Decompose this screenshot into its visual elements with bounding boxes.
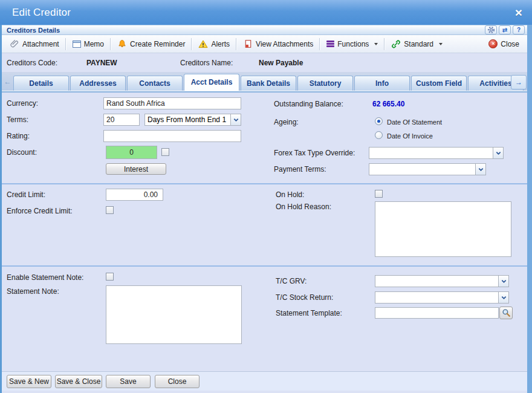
tab-statutory[interactable]: Statutory xyxy=(297,76,353,91)
terms-period-value[interactable] xyxy=(145,114,230,125)
tab-bar: ← Details Addresses Contacts Acct Detail… xyxy=(2,73,527,91)
search-icon xyxy=(502,308,511,317)
combo-chevron-icon[interactable] xyxy=(475,164,485,175)
tab-scroll-right-icon[interactable]: → xyxy=(511,75,527,89)
tab-details[interactable]: Details xyxy=(13,76,69,91)
refresh-icon[interactable]: ⇄ xyxy=(499,25,511,34)
tc-grv-combo[interactable] xyxy=(375,275,509,287)
ageing-option-invoice-label: Date Of Invoice xyxy=(387,132,433,140)
window-close-icon[interactable]: × xyxy=(515,6,522,19)
tc-grv-label: T/C GRV: xyxy=(276,277,307,285)
forex-tax-type-override-combo[interactable] xyxy=(369,147,504,159)
payment-terms-value[interactable] xyxy=(369,164,475,175)
toolbar-separator xyxy=(191,38,192,50)
dialog-body: Creditors Details ⇄ ? Attachment xyxy=(0,25,532,393)
attachment-button[interactable]: Attachment xyxy=(5,37,63,51)
on-hold-label: On Hold: xyxy=(276,190,304,199)
tc-stock-return-combo[interactable] xyxy=(375,291,509,304)
payment-terms-combo[interactable] xyxy=(369,163,486,175)
create-reminder-button[interactable]: Create Reminder xyxy=(113,37,189,51)
rating-input[interactable] xyxy=(103,130,241,142)
help-icon[interactable]: ? xyxy=(513,25,525,34)
gear-icon[interactable] xyxy=(485,25,497,34)
forex-tax-type-override-label: Forex Tax Type Override: xyxy=(274,149,355,157)
combo-chevron-icon[interactable] xyxy=(493,148,503,158)
close-button-footer[interactable]: Close xyxy=(155,375,199,388)
document-icon xyxy=(243,39,253,49)
on-hold-reason-textarea[interactable] xyxy=(375,201,511,257)
credit-limit-label: Credit Limit: xyxy=(7,190,45,199)
save-and-new-button[interactable]: Save & New xyxy=(7,375,51,388)
terms-label: Terms: xyxy=(7,115,28,124)
terms-period-combo[interactable] xyxy=(144,114,241,126)
currency-label: Currency: xyxy=(7,99,38,108)
on-hold-checkbox[interactable] xyxy=(375,190,383,198)
rating-label: Rating: xyxy=(7,132,30,140)
currency-input[interactable] xyxy=(103,97,241,109)
combo-chevron-icon[interactable] xyxy=(498,292,508,303)
ageing-radio-date-of-statement[interactable] xyxy=(375,117,383,125)
panel-tools: ⇄ ? xyxy=(485,25,525,34)
tc-stock-return-label: T/C Stock Return: xyxy=(276,293,333,302)
close-label: Close xyxy=(501,40,519,48)
standard-label: Standard xyxy=(404,40,433,48)
close-button-toolbar[interactable]: × Close xyxy=(484,37,524,50)
statement-note-textarea[interactable] xyxy=(106,285,242,344)
attachment-label: Attachment xyxy=(22,40,59,48)
view-attachments-button[interactable]: View Attachments xyxy=(239,37,317,51)
tc-stock-return-value[interactable] xyxy=(375,292,498,303)
on-hold-reason-label: On Hold Reason: xyxy=(276,203,331,211)
statement-template-input[interactable] xyxy=(375,307,499,319)
tab-info[interactable]: Info xyxy=(354,76,410,91)
chevron-down-icon xyxy=(439,43,443,45)
creditors-name-label: Creditors Name: xyxy=(180,59,233,67)
save-and-close-button[interactable]: Save & Close xyxy=(55,375,102,388)
alerts-button[interactable]: Alerts xyxy=(194,37,234,51)
link-icon xyxy=(391,39,401,49)
memo-icon xyxy=(73,41,81,48)
alerts-label: Alerts xyxy=(211,40,230,48)
paperclip-icon xyxy=(10,39,19,49)
combo-chevron-icon[interactable] xyxy=(230,114,241,125)
tab-addresses[interactable]: Addresses xyxy=(70,76,126,91)
interest-button[interactable]: Interest xyxy=(106,163,166,175)
credit-limit-section: Credit Limit: Enforce Credit Limit: On H… xyxy=(2,183,527,265)
memo-label: Memo xyxy=(84,40,104,48)
tab-bank-details[interactable]: Bank Details xyxy=(241,76,296,91)
tab-contacts[interactable]: Contacts xyxy=(127,76,183,91)
statement-template-search-button[interactable] xyxy=(499,307,513,319)
ageing-radio-date-of-invoice[interactable] xyxy=(375,131,383,139)
discount-checkbox[interactable] xyxy=(161,148,169,156)
forex-tax-type-override-value[interactable] xyxy=(369,148,493,158)
tc-grv-value[interactable] xyxy=(375,276,498,287)
functions-label: Functions xyxy=(337,40,369,48)
statement-note-label: Statement Note: xyxy=(7,287,59,296)
enforce-credit-limit-label: Enforce Credit Limit: xyxy=(7,207,73,215)
close-circle-icon: × xyxy=(488,39,498,48)
memo-button[interactable]: Memo xyxy=(68,38,108,50)
toolbar-separator xyxy=(110,38,111,50)
tab-custom-field[interactable]: Custom Field xyxy=(411,76,467,91)
outstanding-balance-value: 62 665.40 xyxy=(372,100,404,108)
combo-chevron-icon[interactable] xyxy=(498,276,508,287)
save-button[interactable]: Save xyxy=(106,375,151,388)
standard-menu-button[interactable]: Standard xyxy=(387,37,447,51)
acct-details-panel: Currency: Terms: Rating: Discount: Inter… xyxy=(2,91,527,371)
outstanding-balance-label: Outstanding Balance: xyxy=(274,100,343,108)
view-attachments-label: View Attachments xyxy=(256,40,313,48)
enable-statement-note-checkbox[interactable] xyxy=(106,273,114,281)
functions-menu-button[interactable]: Functions xyxy=(322,37,382,50)
credit-limit-input[interactable] xyxy=(106,189,163,201)
tab-scroll-left-icon[interactable]: ← xyxy=(2,74,13,89)
footer-bar: Save & New Save & Close Save Close xyxy=(2,371,527,391)
discount-input[interactable] xyxy=(106,146,157,159)
panel-title: Creditors Details xyxy=(7,27,60,34)
gear-icon-glyph xyxy=(487,26,495,34)
terms-days-input[interactable] xyxy=(103,114,140,126)
toolbar-separator xyxy=(236,38,237,50)
enforce-credit-limit-checkbox[interactable] xyxy=(106,206,114,214)
creditor-identity-row: Creditors Code: PAYNEW Creditors Name: N… xyxy=(2,53,527,73)
tab-acct-details[interactable]: Acct Details xyxy=(184,74,239,91)
toolbar-separator xyxy=(319,38,320,50)
toolbar: Attachment Memo Create Reminder xyxy=(2,35,527,53)
